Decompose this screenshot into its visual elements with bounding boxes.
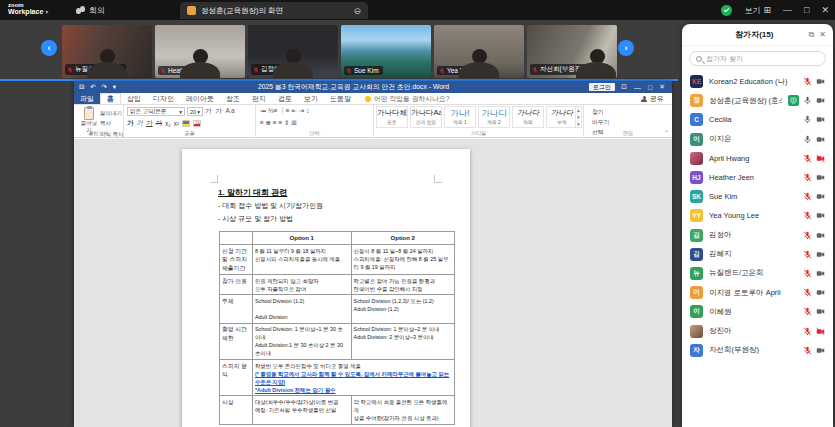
word-tab-5[interactable]: 참조: [220, 93, 246, 104]
participant-row[interactable]: KEKorean2 Education (나): [682, 72, 833, 91]
word-tab-8[interactable]: 보기: [298, 93, 324, 104]
word-share-button[interactable]: 공유: [641, 93, 672, 104]
word-tab-home[interactable]: 홈: [100, 93, 121, 104]
participant-row[interactable]: 김김혜지: [682, 245, 833, 264]
muted-mic-icon[interactable]: [803, 173, 812, 182]
gallery-next-button[interactable]: ›: [618, 40, 634, 56]
ribbon-collapse-icon[interactable]: ⌃: [664, 129, 669, 136]
font-name-select[interactable]: 맑은 고딕(본문▾: [127, 107, 185, 116]
mic-icon[interactable]: [803, 135, 812, 144]
gallery-prev-button[interactable]: ‹: [41, 40, 57, 56]
word-minimize-button[interactable]: —: [634, 84, 641, 91]
camera-icon[interactable]: [816, 250, 825, 259]
camera-off-icon[interactable]: [816, 154, 825, 163]
paragraph-buttons-row1[interactable]: ≔ ⅓≡ ⋮≡ ⇤ ⇥ ↕: [260, 107, 309, 115]
mic-icon[interactable]: [803, 96, 812, 105]
word-quick-access-toolbar[interactable]: ⊟ ↶ ↷ ▾: [79, 83, 118, 91]
word-tab-4[interactable]: 레이아웃: [180, 93, 220, 104]
close-panel-icon[interactable]: ✕: [819, 30, 826, 40]
word-tab-6[interactable]: 편지: [246, 93, 272, 104]
muted-mic-icon[interactable]: [803, 192, 812, 201]
video-thumbnail[interactable]: 김정아: [248, 25, 338, 78]
participant-row[interactable]: April Hwang: [682, 149, 833, 168]
minimize-share-icon[interactable]: ⊖: [353, 6, 361, 16]
muted-mic-icon[interactable]: [803, 77, 812, 86]
find-button[interactable]: 찾기: [592, 107, 609, 117]
participant-row[interactable]: 장진아: [682, 321, 833, 340]
video-thumbnail[interactable]: 자선희(부원장): [527, 25, 617, 78]
participant-row[interactable]: 김김정아: [682, 226, 833, 245]
word-tab-file[interactable]: 파일: [74, 93, 100, 104]
muted-mic-icon[interactable]: [803, 154, 812, 163]
cut-button[interactable]: 잘라내기: [100, 108, 124, 118]
camera-icon[interactable]: [816, 77, 825, 86]
style-제목 1[interactable]: 가나!제목 1: [444, 106, 476, 128]
camera-icon[interactable]: [816, 115, 825, 124]
muted-mic-icon[interactable]: [803, 288, 812, 297]
participant-search-input[interactable]: 참가자 찾기: [689, 51, 826, 66]
participant-row[interactable]: 자자선희(부원장): [682, 341, 833, 360]
muted-mic-icon[interactable]: [803, 250, 812, 259]
chevron-down-icon[interactable]: ▾: [45, 9, 48, 15]
participant-row[interactable]: 이이지영 로토루아 April: [682, 283, 833, 302]
window-close-button[interactable]: ✕: [821, 5, 829, 15]
muted-mic-icon[interactable]: [803, 231, 812, 240]
replace-button[interactable]: 바꾸기: [592, 117, 609, 127]
video-thumbnail[interactable]: Yea Young Lee: [434, 25, 524, 78]
strikethrough-button[interactable]: 가: [156, 119, 163, 128]
camera-off-icon[interactable]: [816, 327, 825, 336]
style-부제[interactable]: 가나다부제: [546, 106, 578, 128]
participant-row[interactable]: HJHeather Jeen: [682, 168, 833, 187]
camera-icon[interactable]: [816, 231, 825, 240]
shared-screen-tab[interactable]: 정성훈(교육원장)의 화면 ⊖: [180, 2, 368, 19]
muted-mic-icon[interactable]: [803, 346, 812, 355]
participant-row[interactable]: 이이지은: [682, 130, 833, 149]
font-color-button[interactable]: 가: [193, 120, 201, 127]
participant-row[interactable]: YYYea Young Lee: [682, 206, 833, 225]
word-tab-2[interactable]: 삽입: [121, 93, 147, 104]
underline-button[interactable]: 가: [146, 119, 153, 128]
camera-icon[interactable]: [816, 307, 825, 316]
window-minimize-button[interactable]: —: [783, 5, 792, 15]
participant-row[interactable]: SKSue Kim: [682, 187, 833, 206]
font-size-select[interactable]: 20▾: [187, 107, 203, 116]
word-maximize-button[interactable]: □: [648, 84, 652, 91]
tell-me-search[interactable]: 어떤 작업을 원하시나요?: [357, 93, 450, 104]
camera-icon[interactable]: [816, 211, 825, 220]
participant-row[interactable]: CCecilia: [682, 110, 833, 129]
camera-icon[interactable]: [816, 173, 825, 182]
style-간격 없음[interactable]: 가나다Aa간격 없음: [410, 106, 442, 128]
camera-icon[interactable]: [816, 96, 825, 105]
window-maximize-button[interactable]: □: [804, 5, 809, 15]
camera-icon[interactable]: [816, 192, 825, 201]
participant-row[interactable]: 이이혜원: [682, 302, 833, 321]
video-thumbnail[interactable]: Sue Kim: [341, 25, 431, 78]
word-login-button[interactable]: 로그인: [589, 83, 615, 91]
camera-icon[interactable]: [816, 135, 825, 144]
word-tab-7[interactable]: 검토: [272, 93, 298, 104]
paragraph-buttons-row2[interactable]: ≡ ≣ ≡ ≡ ⇕ ⊞: [260, 119, 297, 127]
subscript-button[interactable]: x₂: [165, 120, 171, 127]
copy-button[interactable]: 복사: [100, 118, 124, 128]
superscript-button[interactable]: x²: [174, 120, 179, 127]
font-grow-shrink-buttons[interactable]: 가 가 Aa: [205, 107, 236, 116]
camera-icon[interactable]: [816, 346, 825, 355]
word-document-area[interactable]: 1. 말하기 대회 관련 - 대회 접수 방법 및 시기/참가인원 - 시상 규…: [74, 139, 672, 427]
style-표준[interactable]: 가나다체표준: [376, 106, 408, 128]
italic-button[interactable]: 가: [137, 119, 144, 128]
style-제목 2[interactable]: 가나디제목 2: [478, 106, 510, 128]
camera-icon[interactable]: [816, 269, 825, 278]
camera-icon[interactable]: [816, 288, 825, 297]
highlight-color-button[interactable]: [182, 120, 190, 127]
meeting-tab[interactable]: 회의: [70, 0, 111, 20]
mic-icon[interactable]: [803, 115, 812, 124]
muted-mic-icon[interactable]: [803, 307, 812, 316]
video-thumbnail[interactable]: 뉴질랜드/고은희: [62, 25, 152, 78]
video-thumbnail[interactable]: Heather Jeen: [155, 25, 245, 78]
muted-mic-icon[interactable]: [803, 211, 812, 220]
word-close-button[interactable]: ✕: [659, 83, 665, 91]
popout-icon[interactable]: ⧉: [809, 30, 815, 40]
bold-button[interactable]: 가: [127, 119, 134, 128]
styles-gallery-scroll[interactable]: ▴▾▾: [575, 106, 582, 128]
style-제목[interactable]: 가나다제목: [512, 106, 544, 128]
